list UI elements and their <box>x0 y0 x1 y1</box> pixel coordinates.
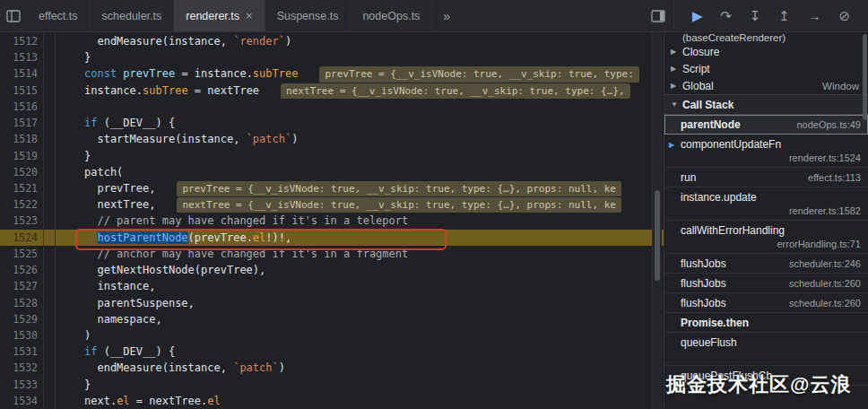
code-token: !)!, <box>265 231 291 244</box>
step-into-icon[interactable]: ↧ <box>750 9 761 22</box>
breakpoint-gutter[interactable] <box>43 65 56 82</box>
line-number[interactable]: 1517 <box>0 115 43 131</box>
breakpoint-gutter[interactable] <box>43 196 56 213</box>
breakpoint-gutter[interactable] <box>43 99 56 115</box>
line-number[interactable]: 1527 <box>0 278 43 294</box>
code-token: hostParentNode <box>97 231 187 244</box>
callstack-frame[interactable]: parentNodenodeOps.ts:49 <box>664 115 868 135</box>
code-content: endMeasure(instance, `render`) <box>56 33 664 49</box>
breakpoint-gutter[interactable] <box>43 377 56 393</box>
line-number[interactable]: 1514 <box>0 65 43 82</box>
scope-row-closure[interactable]: ▶Closure <box>664 43 868 60</box>
editor-scrollbar[interactable] <box>652 32 662 409</box>
breakpoint-gutter[interactable] <box>43 360 56 376</box>
line-number[interactable]: 1519 <box>0 148 43 164</box>
breakpoint-gutter[interactable] <box>43 83 56 99</box>
callstack-frame[interactable]: Promise.then <box>664 313 868 333</box>
step-out-icon[interactable]: ↥ <box>778 9 790 22</box>
line-number[interactable]: 1524 <box>0 230 43 246</box>
line-number[interactable]: 1530 <box>0 327 43 344</box>
line-number[interactable]: 1515 <box>0 83 43 99</box>
inline-value-badge: nextTree = {__v_isVNode: true, __v_skip:… <box>281 83 630 99</box>
sidebar-scrollbar-thumb[interactable] <box>863 34 867 120</box>
code-line: 1515instance.subTree = nextTreenextTree … <box>0 83 664 99</box>
watermark-text: 掘金技术社区@云浪 <box>666 371 851 398</box>
code-content: namespace, <box>56 311 664 327</box>
callstack-frame[interactable]: ▶componentUpdateFnrenderer.ts:1524 <box>664 135 868 168</box>
more-tabs-icon[interactable]: » <box>432 0 461 31</box>
code-content: const prevTree = instance.subTreeprevTre… <box>56 65 664 82</box>
line-number[interactable]: 1513 <box>0 49 43 65</box>
code-editor[interactable]: 1512 endMeasure(instance, `render`)1513}… <box>0 32 664 409</box>
code-content: startMeasure(instance, `patch`) <box>56 131 664 147</box>
breakpoint-gutter[interactable] <box>43 180 56 196</box>
line-number[interactable]: 1532 <box>0 360 43 376</box>
breakpoint-gutter[interactable] <box>43 344 56 360</box>
code-token: parentSuspense, <box>84 297 195 309</box>
breakpoint-gutter[interactable] <box>43 33 56 49</box>
breakpoint-gutter[interactable] <box>43 164 56 180</box>
tab-Suspense.ts[interactable]: Suspense.ts <box>265 0 352 31</box>
line-number[interactable]: 1518 <box>0 131 43 147</box>
tab-nodeOps.ts[interactable]: nodeOps.ts <box>351 0 432 31</box>
breakpoint-gutter[interactable] <box>43 115 56 131</box>
code-token: `patch` <box>233 361 279 374</box>
breakpoint-gutter[interactable] <box>43 262 56 278</box>
breakpoint-gutter[interactable] <box>43 295 56 311</box>
frame-location: nodeOps.ts:49 <box>796 119 861 130</box>
breakpoint-gutter[interactable] <box>43 246 56 262</box>
breakpoint-gutter[interactable] <box>43 327 56 344</box>
code-token: el <box>207 395 220 407</box>
line-number[interactable]: 1520 <box>0 164 43 180</box>
resume-icon[interactable]: ▶ <box>692 9 703 22</box>
code-content: if (__DEV__) { <box>56 344 664 360</box>
breakpoint-gutter[interactable] <box>43 393 56 409</box>
callstack-frame[interactable]: flushJobsscheduler.ts:246 <box>664 254 868 274</box>
breakpoint-gutter[interactable] <box>43 311 56 327</box>
callstack-frame[interactable]: instance.updaterenderer.ts:1582 <box>664 187 868 221</box>
line-number[interactable]: 1525 <box>0 246 43 262</box>
tab-scheduler.ts[interactable]: scheduler.ts <box>91 0 175 31</box>
code-token: if <box>84 345 97 358</box>
breakpoint-gutter[interactable] <box>43 49 56 65</box>
editor-scrollbar-thumb[interactable] <box>655 190 660 281</box>
line-number[interactable]: 1521 <box>0 180 43 196</box>
line-number[interactable]: 1529 <box>0 311 43 327</box>
breakpoint-gutter[interactable] <box>43 131 56 147</box>
toggle-debugger-sidebar-icon[interactable] <box>643 10 673 22</box>
step-over-icon[interactable]: ↷ <box>720 9 732 22</box>
frame-name: flushJobs <box>681 277 726 290</box>
code-token <box>84 231 97 244</box>
scope-row-script[interactable]: ▶Script <box>664 60 868 77</box>
code-token: prevTree, <box>84 182 155 195</box>
callstack-frame[interactable]: runeffect.ts:113 <box>664 168 868 187</box>
line-number[interactable]: 1523 <box>0 213 43 229</box>
call-stack-header[interactable]: ▼ Call Stack <box>664 94 868 115</box>
callstack-frame[interactable]: flushJobsscheduler.ts:260 <box>664 274 868 293</box>
chevron-right-icon: ▶ <box>671 48 682 56</box>
line-number[interactable]: 1534 <box>0 393 43 409</box>
line-number[interactable]: 1531 <box>0 344 43 360</box>
callstack-frame[interactable]: callWithErrorHandlingerrorHandling.ts:71 <box>664 221 868 254</box>
close-tab-icon[interactable]: × <box>246 9 253 22</box>
debugger-sidebar: (baseCreateRenderer) ▶Closure▶Script▶Glo… <box>664 32 868 409</box>
breakpoint-gutter[interactable] <box>43 148 56 164</box>
tab-effect.ts[interactable]: effect.ts <box>27 0 91 31</box>
line-number[interactable]: 1512 <box>0 33 43 49</box>
line-number[interactable]: 1528 <box>0 295 43 311</box>
deactivate-breakpoints-icon[interactable]: ⊘ <box>839 9 851 22</box>
breakpoint-gutter[interactable] <box>43 230 56 246</box>
callstack-frame[interactable]: queueFlush <box>664 333 868 366</box>
breakpoint-gutter[interactable] <box>43 278 56 294</box>
step-icon[interactable]: → <box>808 9 821 22</box>
tab-renderer.ts[interactable]: renderer.ts× <box>174 0 265 31</box>
line-number[interactable]: 1526 <box>0 262 43 278</box>
scope-row-global[interactable]: ▶GlobalWindow <box>664 77 868 94</box>
line-number[interactable]: 1522 <box>0 196 43 213</box>
line-number[interactable]: 1533 <box>0 377 43 393</box>
inline-value-badge: prevTree = {__v_isVNode: true, __v_skip:… <box>319 66 638 82</box>
callstack-frame[interactable]: flushJobsscheduler.ts:260 <box>664 293 868 313</box>
line-number[interactable]: 1516 <box>0 99 43 115</box>
breakpoint-gutter[interactable] <box>43 213 56 229</box>
show-navigator-icon[interactable] <box>0 0 27 31</box>
